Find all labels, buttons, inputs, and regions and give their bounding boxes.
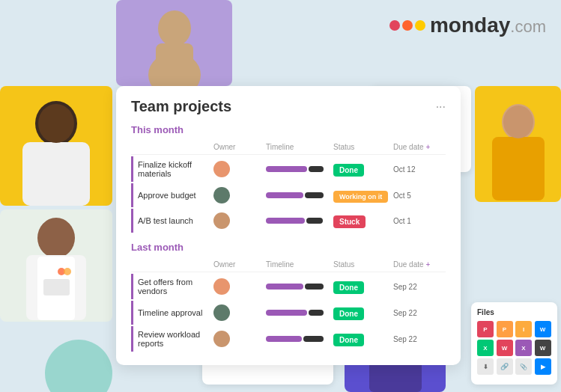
owner-avatar-5: [213, 304, 230, 321]
task-name-5: Timeline approval: [138, 308, 213, 317]
due-date-1: Oct 12: [393, 165, 446, 174]
teal-circle: [45, 340, 112, 392]
owner-cell-5: [213, 304, 266, 321]
status-cell-1[interactable]: Done: [333, 162, 393, 176]
photo-left-top: [0, 86, 112, 206]
add-due-icon[interactable]: +: [426, 143, 431, 151]
timeline-cell-1: [266, 166, 333, 172]
owner-cell-4: [213, 278, 266, 295]
table-row-5: Timeline approval Done Sep 22: [131, 301, 446, 325]
task-name-2: Approve budget: [138, 191, 213, 200]
logo-dots: [389, 20, 425, 31]
file-icon-2[interactable]: P: [497, 321, 513, 337]
panel-header: Team projects ···: [131, 98, 446, 115]
add-due-icon-2[interactable]: +: [426, 260, 431, 269]
svg-rect-13: [492, 137, 545, 200]
task-name-6: Review workload reports: [138, 330, 213, 348]
status-badge-3: Stuck: [333, 215, 366, 228]
status-cell-5[interactable]: Done: [333, 306, 393, 319]
due-date-2: Oct 5: [393, 192, 446, 200]
timeline-cell-3: [266, 218, 333, 224]
status-badge-2: Working on it: [333, 191, 388, 203]
status-cell-6[interactable]: Done: [333, 332, 393, 346]
files-grid: P P I W X W X W ⬇ 🔗 📎 ▶: [477, 321, 551, 375]
owner-cell-2: [213, 187, 266, 203]
photo-left-bottom: [0, 209, 112, 322]
owner-avatar-2: [213, 187, 230, 203]
status-badge-1: Done: [333, 164, 364, 177]
owner-avatar-1: [213, 161, 230, 177]
table-row-1: Finalize kickoff materials Done Oct 12: [131, 156, 446, 182]
file-icon-6[interactable]: W: [497, 340, 513, 356]
logo-dot-red: [389, 20, 400, 31]
table-header-last-month: Owner Timeline Status Due date +: [131, 259, 446, 272]
timeline-cell-2: [266, 192, 333, 198]
background-container: monday.com Timeline: [0, 0, 561, 392]
file-icon-10[interactable]: 🔗: [497, 358, 513, 375]
panel-menu-icon[interactable]: ···: [436, 100, 446, 114]
logo-dot-yellow: [415, 20, 425, 31]
status-cell-4[interactable]: Done: [333, 280, 393, 293]
svg-point-6: [37, 218, 75, 258]
owner-cell-3: [213, 212, 266, 229]
status-badge-4: Done: [333, 281, 364, 294]
files-widget-title: Files: [477, 308, 551, 316]
logo-monday: monday: [430, 13, 510, 37]
svg-point-14: [503, 105, 533, 138]
file-icon-9[interactable]: ⬇: [477, 358, 494, 375]
task-name-3: A/B test launch: [138, 216, 213, 225]
file-icon-1[interactable]: P: [477, 321, 494, 337]
due-date-4: Sep 22: [393, 283, 446, 291]
file-icon-5[interactable]: X: [477, 340, 494, 356]
status-cell-3[interactable]: Stuck: [333, 214, 393, 227]
svg-rect-9: [43, 279, 70, 295]
due-date-6: Sep 22: [393, 335, 446, 343]
file-icon-7[interactable]: X: [515, 340, 532, 356]
table-header-this-month: Owner Timeline Status Due date +: [131, 141, 446, 155]
owner-avatar-4: [213, 278, 230, 295]
main-panel: Team projects ··· This month Owner Timel…: [116, 86, 461, 365]
svg-rect-2: [156, 43, 193, 86]
task-name-4: Get offers from vendors: [138, 278, 213, 295]
timeline-cell-5: [266, 310, 333, 316]
svg-point-5: [38, 104, 74, 143]
timeline-cell-6: [266, 336, 333, 342]
logo-area: monday.com: [389, 13, 546, 37]
table-row-6: Review workload reports Done Sep 22: [131, 326, 446, 352]
svg-rect-4: [22, 142, 90, 206]
svg-point-0: [158, 10, 191, 46]
due-date-3: Oct 1: [393, 217, 446, 225]
owner-avatar-6: [213, 331, 230, 347]
section-this-month-title: This month: [131, 124, 446, 135]
photo-right-top: [475, 86, 561, 202]
table-row-4: Get offers from vendors Done Sep 22: [131, 274, 446, 299]
svg-point-11: [64, 268, 71, 275]
table-row-3: A/B test launch Stuck Oct 1: [131, 209, 446, 233]
status-badge-6: Done: [333, 334, 364, 346]
photo-top-center: [116, 0, 232, 86]
file-icon-4[interactable]: W: [535, 321, 551, 337]
table-row-2: Approve budget Working on it Oct 5: [131, 183, 446, 207]
owner-cell-6: [213, 331, 266, 347]
file-icon-12[interactable]: ▶: [535, 358, 551, 375]
status-cell-2[interactable]: Working on it: [333, 189, 393, 202]
logo-text: monday.com: [430, 13, 546, 37]
logo-com: .com: [510, 17, 546, 36]
section-last-month: Last month Owner Timeline Status Due dat…: [131, 242, 446, 352]
timeline-cell-4: [266, 284, 333, 290]
task-name-1: Finalize kickoff materials: [138, 160, 213, 178]
file-icon-3[interactable]: I: [515, 321, 532, 337]
logo-dot-orange: [402, 20, 413, 31]
file-icon-8[interactable]: W: [535, 340, 551, 356]
section-last-month-title: Last month: [131, 242, 446, 253]
owner-avatar-3: [213, 212, 230, 229]
section-this-month: This month Owner Timeline Status Due dat…: [131, 124, 446, 233]
file-icon-11[interactable]: 📎: [515, 358, 532, 375]
status-badge-5: Done: [333, 307, 364, 320]
owner-cell-1: [213, 161, 266, 177]
panel-title: Team projects: [131, 98, 231, 115]
files-widget: Files P P I W X W X W ⬇ 🔗 📎 ▶: [471, 302, 557, 385]
due-date-5: Sep 22: [393, 309, 446, 317]
